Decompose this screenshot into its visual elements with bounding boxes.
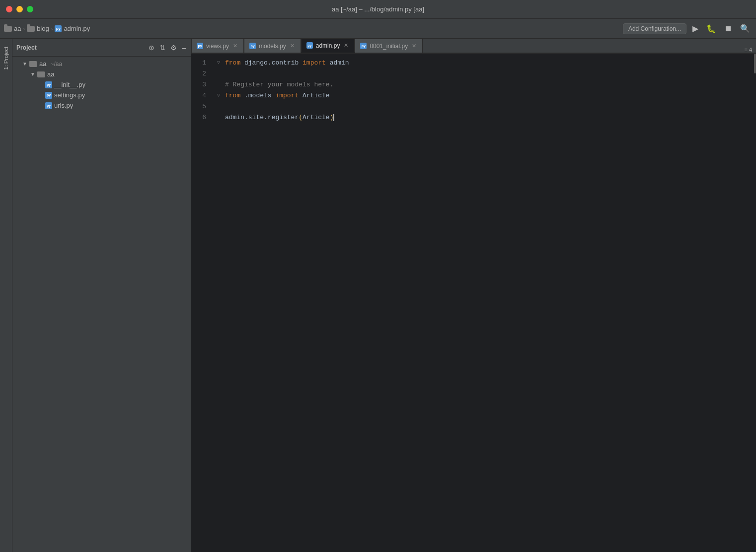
code-text-4b: Article [299,90,329,101]
tree-label-aa: aa [39,60,46,68]
tree-item-aa-sub[interactable]: ▼ aa [12,69,191,79]
line-num-1: 1 [191,58,206,69]
line-num-2: 2 [191,69,206,79]
tab-close-admin[interactable]: ✕ [343,42,349,49]
breadcrumb-item-blog[interactable]: blog [37,25,49,32]
kw-from-4: from [225,90,240,101]
line-numbers: 1 2 3 4 5 6 [191,54,211,552]
tree-label-aa-sub: aa [47,70,54,78]
code-line-1: ▽ from django.contrib import admin [217,58,746,69]
tab-icon-views: py [197,43,203,49]
tabs-overflow[interactable]: ≡ 4 [740,47,756,53]
window-controls [6,6,33,12]
code-text-6b: Article [302,112,330,123]
tree-arrow-aa-sub: ▼ [30,71,35,77]
tab-models[interactable]: py models.py ✕ [244,39,301,53]
code-line-2 [217,69,746,79]
cursor [333,114,334,121]
line-num-4: 4 [191,90,206,101]
project-panel-tab[interactable]: 1: Project [1,43,11,73]
maximize-button[interactable] [27,6,33,12]
kw-from-1: from [225,58,240,69]
window-title: aa [~/aa] – .../blog/admin.py [aa] [332,5,424,13]
kw-import-4: import [275,90,299,101]
sidebar-settings-button[interactable]: ⇅ [158,43,166,53]
tab-icon-admin: py [306,42,313,49]
tab-label-views: views.py [206,43,229,50]
sidebar-header: Project ⊕ ⇅ ⚙ – [12,39,191,57]
tab-label-models: models.py [259,43,286,50]
toolbar: aa › blog › py admin.py Add Configuratio… [0,19,756,39]
tab-icon-migration: py [360,43,367,49]
tabs-overflow-label: ≡ 4 [744,47,752,53]
tab-label-admin: admin.py [316,42,340,49]
pyfile-icon-init: py [45,81,52,88]
title-bar: aa [~/aa] – .../blog/admin.py [aa] [0,0,756,19]
tabs-bar: py views.py ✕ py models.py ✕ py admin.py… [191,39,756,54]
tree-label-urls: urls.py [54,102,73,109]
code-line-5 [217,101,746,112]
search-button[interactable]: 🔍 [738,23,752,34]
toolbar-right: Add Configuration... ▶ 🐛 ⏹ 🔍 [623,23,752,34]
breadcrumb-item-aa[interactable]: aa [14,25,21,32]
tree-item-urls[interactable]: py urls.py [12,100,191,111]
tab-admin[interactable]: py admin.py ✕ [301,39,355,53]
pyfile-icon-settings: py [45,92,52,99]
tree-item-aa-root[interactable]: ▼ aa ~/aa [12,59,191,69]
tree-sublabel-aa: ~/aa [50,61,62,68]
debug-button[interactable]: 🐛 [704,23,718,34]
tab-label-migration: 0001_initial.py [370,43,408,50]
tab-migration[interactable]: py 0001_initial.py ✕ [355,39,423,53]
code-line-3: # Register your models here. [217,79,746,90]
kw-paren-close-6: ) [330,112,334,123]
sidebar: Project ⊕ ⇅ ⚙ – ▼ aa ~/aa ▼ aa py [12,39,191,552]
tree-item-init[interactable]: py __init__.py [12,79,191,90]
folder-icon [4,26,12,32]
tab-close-models[interactable]: ✕ [289,42,296,50]
code-comment-3: # Register your models here. [225,79,333,90]
sidebar-close-button[interactable]: – [181,43,187,53]
vertical-tab-strip: 1: Project [0,39,12,552]
line-num-5: 5 [191,101,206,112]
sidebar-add-button[interactable]: ⊕ [148,43,155,53]
sidebar-gear-button[interactable]: ⚙ [169,43,178,53]
folder-icon-aa [29,61,37,67]
code-content: 1 2 3 4 5 6 ▽ from django.contrib import… [191,54,756,552]
code-empty-2 [225,69,229,79]
breadcrumb: aa › blog › py admin.py [4,25,620,32]
tab-close-views[interactable]: ✕ [232,42,238,50]
code-text-1a: django.contrib [240,58,302,69]
tab-views[interactable]: py views.py ✕ [191,39,244,53]
right-gutter [752,54,756,552]
close-button[interactable] [6,6,12,12]
code-lines[interactable]: ▽ from django.contrib import admin # Reg… [211,54,752,552]
code-empty-5 [225,101,229,112]
run-button[interactable]: ▶ [690,23,700,34]
tree-item-settings[interactable]: py settings.py [12,90,191,100]
sidebar-title: Project [16,44,145,51]
breadcrumb-item-adminpy[interactable]: admin.py [64,25,90,32]
folder-icon-2 [27,26,35,32]
fold-marker-4[interactable]: ▽ [217,90,222,101]
pyfile-icon-urls: py [45,102,52,109]
sidebar-tree: ▼ aa ~/aa ▼ aa py __init__.py py sett [12,57,191,552]
tab-close-migration[interactable]: ✕ [411,42,417,50]
code-line-4: ▽ from .models import Article [217,90,746,101]
tree-label-settings: settings.py [54,91,85,99]
code-text-6a: admin.site.register [225,112,299,123]
minimize-button[interactable] [16,6,23,12]
code-editor-area: py views.py ✕ py models.py ✕ py admin.py… [191,39,756,552]
python-file-icon: py [55,25,62,32]
stop-button[interactable]: ⏹ [722,23,734,34]
code-line-6: admin.site.register ( Article ) [217,112,746,123]
kw-import-1: import [302,58,326,69]
tree-label-init: __init__.py [54,81,85,88]
breadcrumb-sep-1: › [23,26,25,32]
tab-icon-models: py [249,43,256,49]
scrollbar-thumb[interactable] [754,54,756,73]
add-configuration-button[interactable]: Add Configuration... [623,23,686,34]
breadcrumb-sep-2: › [51,26,53,32]
folder-icon-aa-sub [37,71,45,77]
fold-marker-1[interactable]: ▽ [217,58,222,69]
kw-paren-open-6: ( [299,112,302,123]
